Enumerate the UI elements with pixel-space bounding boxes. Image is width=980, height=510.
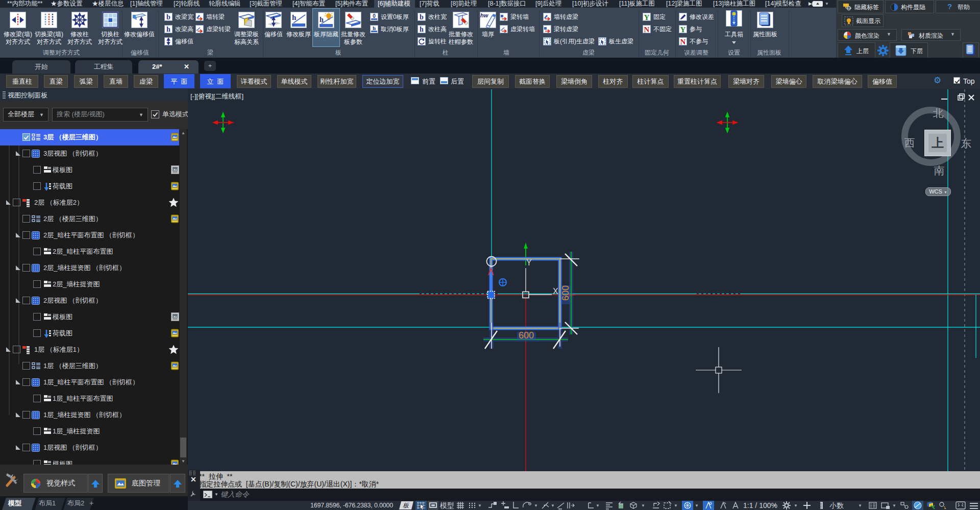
- svg-text:hw: hw: [480, 12, 489, 18]
- svg-text:h: h: [373, 26, 376, 31]
- svg-text:N: N: [644, 26, 650, 33]
- svg-text:Y: Y: [680, 26, 686, 33]
- svg-text:b: b: [166, 13, 170, 20]
- svg-text:h: h: [166, 26, 170, 33]
- svg-text:X: X: [553, 287, 558, 296]
- svg-text:h: h: [292, 13, 297, 21]
- svg-text:N: N: [680, 38, 686, 45]
- svg-text:h: h: [420, 26, 424, 33]
- svg-text:600: 600: [519, 330, 534, 341]
- svg-text:600: 600: [560, 285, 571, 301]
- svg-text:Y: Y: [526, 258, 532, 267]
- svg-text:Y: Y: [644, 13, 650, 20]
- svg-text:0: 0: [373, 13, 376, 19]
- svg-text:b: b: [420, 13, 424, 20]
